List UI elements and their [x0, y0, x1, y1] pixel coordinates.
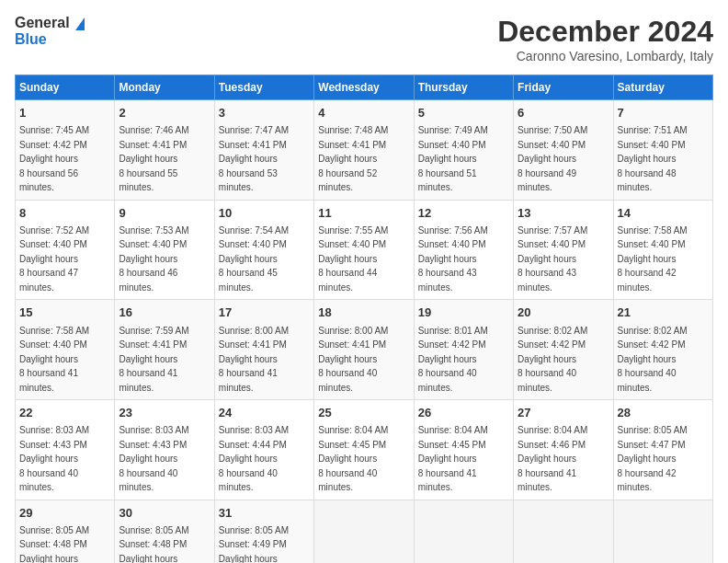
- day-number: 17: [219, 304, 310, 321]
- day-info: Sunrise: 8:02 AMSunset: 4:42 PMDaylight …: [618, 326, 688, 393]
- calendar-cell: 30 Sunrise: 8:05 AMSunset: 4:48 PMDaylig…: [115, 500, 214, 563]
- calendar-cell: 26 Sunrise: 8:04 AMSunset: 4:45 PMDaylig…: [414, 400, 513, 500]
- day-info: Sunrise: 8:00 AMSunset: 4:41 PMDaylight …: [219, 326, 289, 393]
- day-number: 21: [618, 304, 709, 321]
- header-wednesday: Wednesday: [314, 75, 414, 100]
- day-info: Sunrise: 7:56 AMSunset: 4:40 PMDaylight …: [418, 225, 488, 293]
- calendar-cell: 14 Sunrise: 7:58 AMSunset: 4:40 PMDaylig…: [613, 200, 712, 300]
- day-info: Sunrise: 7:45 AMSunset: 4:42 PMDaylight …: [19, 125, 89, 192]
- day-number: 1: [19, 105, 110, 121]
- calendar-cell: 3 Sunrise: 7:47 AMSunset: 4:41 PMDayligh…: [214, 100, 313, 201]
- calendar-cell: 25 Sunrise: 8:04 AMSunset: 4:45 PMDaylig…: [314, 400, 414, 500]
- day-info: Sunrise: 7:52 AMSunset: 4:40 PMDaylight …: [19, 225, 89, 293]
- calendar-cell: 29 Sunrise: 8:05 AMSunset: 4:48 PMDaylig…: [16, 500, 115, 563]
- header-sunday: Sunday: [16, 75, 115, 100]
- calendar-cell: [514, 500, 613, 563]
- day-info: Sunrise: 7:53 AMSunset: 4:40 PMDaylight …: [119, 225, 188, 293]
- calendar-cell: 4 Sunrise: 7:48 AMSunset: 4:41 PMDayligh…: [314, 100, 414, 201]
- day-number: 4: [318, 105, 409, 121]
- calendar-cell: 10 Sunrise: 7:54 AMSunset: 4:40 PMDaylig…: [214, 200, 313, 300]
- calendar-cell: 2 Sunrise: 7:46 AMSunset: 4:41 PMDayligh…: [115, 100, 214, 201]
- day-info: Sunrise: 7:49 AMSunset: 4:40 PMDaylight …: [418, 125, 488, 192]
- day-number: 16: [119, 304, 210, 321]
- day-number: 15: [19, 304, 110, 321]
- calendar-header-row: Sunday Monday Tuesday Wednesday Thursday…: [16, 75, 713, 100]
- calendar-cell: 13 Sunrise: 7:57 AMSunset: 4:40 PMDaylig…: [514, 200, 613, 300]
- day-info: Sunrise: 8:05 AMSunset: 4:49 PMDaylight …: [219, 525, 289, 563]
- calendar-cell: 24 Sunrise: 8:03 AMSunset: 4:44 PMDaylig…: [214, 400, 313, 500]
- title-area: December 2024 Caronno Varesino, Lombardy…: [497, 15, 713, 63]
- day-info: Sunrise: 8:05 AMSunset: 4:48 PMDaylight …: [119, 525, 188, 563]
- header: General Blue December 2024 Caronno Vares…: [15, 15, 713, 63]
- calendar-cell: 6 Sunrise: 7:50 AMSunset: 4:40 PMDayligh…: [514, 100, 613, 201]
- calendar-cell: [314, 500, 414, 563]
- calendar-cell: 27 Sunrise: 8:04 AMSunset: 4:46 PMDaylig…: [514, 400, 613, 500]
- day-number: 27: [518, 405, 609, 421]
- calendar-cell: 8 Sunrise: 7:52 AMSunset: 4:40 PMDayligh…: [16, 200, 115, 300]
- calendar-cell: 16 Sunrise: 7:59 AMSunset: 4:41 PMDaylig…: [115, 300, 214, 400]
- day-info: Sunrise: 7:46 AMSunset: 4:41 PMDaylight …: [119, 125, 188, 192]
- calendar-week-row: 1 Sunrise: 7:45 AMSunset: 4:42 PMDayligh…: [16, 100, 713, 201]
- day-number: 31: [219, 505, 310, 522]
- day-number: 12: [418, 205, 509, 222]
- day-number: 2: [119, 105, 210, 121]
- header-tuesday: Tuesday: [214, 75, 313, 100]
- day-info: Sunrise: 8:05 AMSunset: 4:48 PMDaylight …: [19, 525, 89, 563]
- day-number: 11: [318, 205, 409, 222]
- header-monday: Monday: [115, 75, 214, 100]
- day-number: 13: [518, 205, 609, 222]
- calendar-week-row: 29 Sunrise: 8:05 AMSunset: 4:48 PMDaylig…: [16, 500, 713, 563]
- calendar-week-row: 8 Sunrise: 7:52 AMSunset: 4:40 PMDayligh…: [16, 200, 713, 300]
- day-number: 20: [518, 304, 609, 321]
- day-info: Sunrise: 7:50 AMSunset: 4:40 PMDaylight …: [518, 125, 587, 192]
- calendar-week-row: 15 Sunrise: 7:58 AMSunset: 4:40 PMDaylig…: [16, 300, 713, 400]
- day-number: 28: [618, 405, 709, 421]
- day-number: 22: [19, 405, 110, 421]
- calendar-cell: 19 Sunrise: 8:01 AMSunset: 4:42 PMDaylig…: [414, 300, 513, 400]
- day-info: Sunrise: 8:00 AMSunset: 4:41 PMDaylight …: [318, 326, 388, 393]
- calendar-cell: 9 Sunrise: 7:53 AMSunset: 4:40 PMDayligh…: [115, 200, 214, 300]
- day-info: Sunrise: 8:04 AMSunset: 4:45 PMDaylight …: [418, 425, 488, 492]
- day-number: 30: [119, 505, 210, 522]
- day-info: Sunrise: 7:51 AMSunset: 4:40 PMDaylight …: [618, 125, 688, 192]
- day-info: Sunrise: 7:47 AMSunset: 4:41 PMDaylight …: [219, 125, 289, 192]
- header-friday: Friday: [514, 75, 613, 100]
- calendar-cell: 18 Sunrise: 8:00 AMSunset: 4:41 PMDaylig…: [314, 300, 414, 400]
- calendar-cell: 5 Sunrise: 7:49 AMSunset: 4:40 PMDayligh…: [414, 100, 513, 201]
- day-info: Sunrise: 7:48 AMSunset: 4:41 PMDaylight …: [318, 125, 388, 192]
- day-info: Sunrise: 8:02 AMSunset: 4:42 PMDaylight …: [518, 326, 587, 393]
- calendar-cell: [414, 500, 513, 563]
- day-number: 3: [219, 105, 310, 121]
- calendar-week-row: 22 Sunrise: 8:03 AMSunset: 4:43 PMDaylig…: [16, 400, 713, 500]
- day-number: 26: [418, 405, 509, 421]
- day-number: 9: [119, 205, 210, 222]
- calendar-cell: 1 Sunrise: 7:45 AMSunset: 4:42 PMDayligh…: [16, 100, 115, 201]
- calendar-cell: 22 Sunrise: 8:03 AMSunset: 4:43 PMDaylig…: [16, 400, 115, 500]
- calendar-cell: 7 Sunrise: 7:51 AMSunset: 4:40 PMDayligh…: [613, 100, 712, 201]
- calendar-table: Sunday Monday Tuesday Wednesday Thursday…: [15, 75, 713, 563]
- header-saturday: Saturday: [613, 75, 712, 100]
- day-info: Sunrise: 8:03 AMSunset: 4:44 PMDaylight …: [219, 425, 289, 492]
- calendar-cell: 21 Sunrise: 8:02 AMSunset: 4:42 PMDaylig…: [613, 300, 712, 400]
- calendar-cell: 31 Sunrise: 8:05 AMSunset: 4:49 PMDaylig…: [214, 500, 313, 563]
- day-number: 25: [318, 405, 409, 421]
- calendar-cell: 12 Sunrise: 7:56 AMSunset: 4:40 PMDaylig…: [414, 200, 513, 300]
- day-info: Sunrise: 7:58 AMSunset: 4:40 PMDaylight …: [19, 326, 89, 393]
- day-info: Sunrise: 8:03 AMSunset: 4:43 PMDaylight …: [19, 425, 89, 492]
- calendar-cell: 28 Sunrise: 8:05 AMSunset: 4:47 PMDaylig…: [613, 400, 712, 500]
- day-number: 23: [119, 405, 210, 421]
- calendar-cell: 11 Sunrise: 7:55 AMSunset: 4:40 PMDaylig…: [314, 200, 414, 300]
- day-info: Sunrise: 7:59 AMSunset: 4:41 PMDaylight …: [119, 326, 188, 393]
- day-number: 18: [318, 304, 409, 321]
- logo: General Blue: [15, 15, 85, 47]
- day-info: Sunrise: 7:57 AMSunset: 4:40 PMDaylight …: [518, 225, 587, 293]
- day-number: 24: [219, 405, 310, 421]
- calendar-cell: 15 Sunrise: 7:58 AMSunset: 4:40 PMDaylig…: [16, 300, 115, 400]
- day-info: Sunrise: 7:58 AMSunset: 4:40 PMDaylight …: [618, 225, 688, 293]
- calendar-cell: 23 Sunrise: 8:03 AMSunset: 4:43 PMDaylig…: [115, 400, 214, 500]
- day-number: 8: [19, 205, 110, 222]
- day-number: 5: [418, 105, 509, 121]
- day-info: Sunrise: 8:03 AMSunset: 4:43 PMDaylight …: [119, 425, 188, 492]
- day-info: Sunrise: 7:54 AMSunset: 4:40 PMDaylight …: [219, 225, 289, 293]
- day-info: Sunrise: 7:55 AMSunset: 4:40 PMDaylight …: [318, 225, 388, 293]
